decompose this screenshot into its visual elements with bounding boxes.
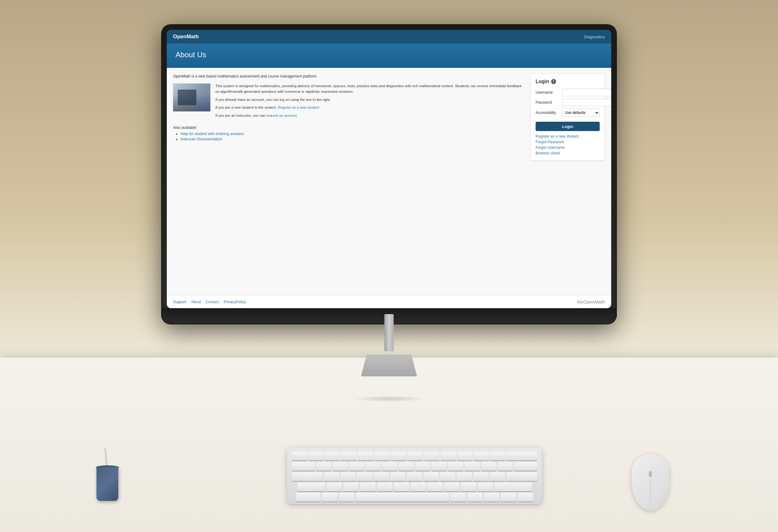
also-available-list: Help for student with entering answers I…: [173, 132, 524, 141]
forgot-password-link[interactable]: Forgot Password: [536, 140, 600, 144]
key: [316, 462, 331, 471]
key: [407, 472, 422, 481]
page-title: About Us: [175, 51, 603, 59]
register-student-link[interactable]: Register as a new student: [536, 134, 600, 139]
key: [366, 462, 381, 471]
keyboard-body: [287, 448, 542, 504]
key: [457, 472, 472, 481]
footer-about-link[interactable]: About: [191, 300, 201, 304]
key: [448, 462, 463, 471]
instructor-doc-link[interactable]: Instructor Documentation: [180, 137, 222, 141]
key-alt-left: [322, 493, 338, 502]
password-row: Password: [536, 99, 600, 106]
key-return: [506, 472, 537, 481]
footer: Support About Contact PrivacyPolicy MyOp…: [167, 295, 611, 308]
key: [377, 482, 392, 491]
key-down: [501, 493, 516, 502]
login-title-text: Login: [536, 79, 549, 84]
login-links: Register as a new student Forgot Passwor…: [536, 134, 600, 155]
mouse-scroll-wheel: [649, 471, 652, 477]
key-shift-left: [297, 482, 325, 491]
key: [410, 482, 426, 491]
keyboard: [287, 448, 542, 517]
monitor: OpenMath Diagnostics About Us OpenMath i…: [162, 25, 616, 324]
forgot-username-link[interactable]: Forgot Username: [536, 145, 600, 150]
login-button[interactable]: Login: [536, 122, 600, 131]
register-inline-link[interactable]: Register as a new student: [278, 105, 319, 109]
login-help-icon[interactable]: ?: [551, 79, 556, 84]
key: [358, 452, 373, 460]
browser-check-link[interactable]: Browser check: [536, 151, 600, 155]
key-delete: [507, 452, 537, 460]
desc-p1: This system is designed for mathematics,…: [215, 83, 524, 95]
key: [340, 472, 356, 481]
key-backslash: [514, 462, 537, 471]
monitor-bezel: OpenMath Diagnostics About Us OpenMath i…: [167, 30, 611, 308]
key-alt-right: [467, 493, 483, 502]
help-student-link[interactable]: Help for student with entering answers: [180, 132, 244, 136]
key-space: [356, 493, 449, 502]
key: [382, 462, 397, 471]
about-image: [173, 83, 210, 111]
key: [474, 452, 489, 460]
key: [333, 462, 348, 471]
login-title: Login ?: [536, 79, 600, 84]
key: [473, 472, 488, 481]
footer-privacy-link[interactable]: PrivacyPolicy: [224, 300, 246, 304]
key: [357, 472, 372, 481]
content-wrapper: OpenMath is a web based mathematics asse…: [167, 68, 611, 295]
key: [444, 482, 460, 491]
coffee-cup: [93, 460, 122, 501]
key: [343, 482, 359, 491]
key: [423, 472, 439, 481]
key: [481, 462, 496, 471]
description-text: This system is designed for mathematics,…: [215, 83, 524, 121]
mouse-body: [632, 454, 669, 510]
key: [292, 452, 307, 460]
key: [390, 472, 405, 481]
left-panel: OpenMath is a web based mathematics asse…: [173, 73, 530, 290]
key-left: [484, 493, 499, 502]
footer-brand: MyOpenMath: [577, 299, 605, 304]
monitor-stand: [361, 314, 417, 376]
mouse-divider: [650, 479, 651, 502]
key: [394, 482, 409, 491]
key: [407, 452, 422, 460]
also-available-section: Also available: Help for student with en…: [173, 126, 524, 141]
hero-section: About Us: [167, 44, 611, 68]
footer-contact-link[interactable]: Contact: [206, 300, 219, 304]
website: OpenMath Diagnostics About Us OpenMath i…: [167, 30, 611, 308]
accessibility-select[interactable]: Use defaults: [562, 108, 600, 117]
key: [391, 452, 406, 460]
content-row: This system is designed for mathematics,…: [173, 83, 524, 121]
key: [478, 482, 493, 491]
desc-p3: If you are a new student to the system, …: [215, 105, 524, 110]
key: [457, 452, 472, 460]
key: [341, 452, 357, 460]
navbar: OpenMath Diagnostics: [167, 30, 611, 44]
password-input[interactable]: [562, 99, 611, 106]
footer-support-link[interactable]: Support: [173, 300, 186, 304]
site-brand: OpenMath: [173, 33, 199, 40]
key-caps: [292, 472, 323, 481]
key: [415, 462, 431, 471]
diagnostics-link[interactable]: Diagnostics: [584, 34, 605, 39]
username-label: Username: [536, 90, 562, 95]
username-input[interactable]: [562, 89, 611, 96]
also-available-title: Also available:: [173, 126, 524, 130]
key: [324, 472, 339, 481]
login-box: Login ? Username Password: [530, 73, 605, 161]
key-cmd-right: [450, 493, 466, 502]
key: [360, 482, 376, 491]
accessibility-label: Accessibility: [536, 110, 562, 115]
key-right: [518, 493, 533, 502]
instructor-doc-item: Instructor Documentation: [180, 137, 524, 141]
help-link-item: Help for student with entering answers: [180, 132, 524, 136]
request-account-link[interactable]: request an account: [266, 113, 297, 118]
key: [326, 482, 342, 491]
key-ctrl-left: [296, 493, 321, 502]
key: [490, 472, 505, 481]
key: [424, 452, 440, 460]
key: [325, 452, 340, 460]
key: [440, 472, 455, 481]
